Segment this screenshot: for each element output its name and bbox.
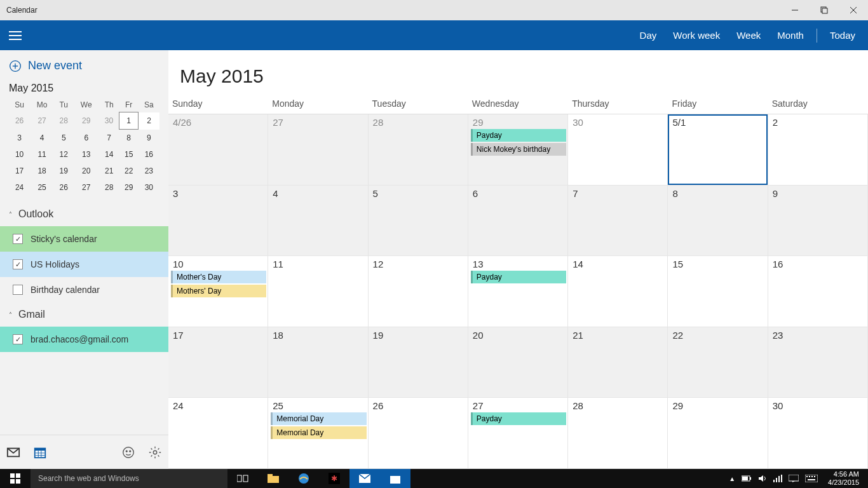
- mini-day[interactable]: 21: [99, 163, 119, 179]
- mini-day[interactable]: 27: [30, 112, 54, 130]
- mini-day[interactable]: 4: [30, 130, 54, 147]
- mini-day[interactable]: 7: [99, 130, 119, 147]
- day-cell[interactable]: 27: [268, 114, 368, 186]
- checkbox-icon[interactable]: ✓: [13, 334, 23, 344]
- system-tray[interactable]: ▲ 4:56 AM 4/23/2015: [729, 470, 868, 487]
- view-day[interactable]: Day: [640, 30, 657, 41]
- mini-day[interactable]: 28: [99, 179, 119, 196]
- mini-day[interactable]: 24: [9, 179, 30, 196]
- taskbar-app-unknown[interactable]: ✱: [319, 469, 349, 488]
- mini-day[interactable]: 12: [54, 146, 74, 163]
- taskbar-app-calendar[interactable]: [380, 469, 410, 488]
- day-cell[interactable]: 29: [668, 398, 768, 469]
- event-chip[interactable]: Mother's Day: [171, 271, 266, 283]
- checkbox-icon[interactable]: ✓: [13, 234, 23, 244]
- day-cell[interactable]: 11: [268, 256, 368, 327]
- event-chip[interactable]: Memorial Day: [271, 412, 366, 425]
- taskbar-search[interactable]: Search the web and Windows: [31, 469, 227, 488]
- mini-calendar[interactable]: May 2015 SuMoTuWeThFrSa 2627282930123456…: [0, 78, 168, 202]
- feedback-icon[interactable]: [121, 445, 135, 459]
- day-cell[interactable]: 13Payday: [468, 256, 568, 327]
- volume-icon[interactable]: [758, 474, 767, 483]
- calendar-group-outlook[interactable]: ˄ Outlook: [0, 202, 168, 226]
- day-cell[interactable]: 28: [369, 114, 468, 186]
- maximize-button[interactable]: [810, 0, 839, 20]
- mini-day[interactable]: 2: [139, 112, 159, 130]
- day-cell[interactable]: 26: [369, 398, 468, 469]
- taskbar-app-explorer[interactable]: [258, 469, 288, 488]
- day-cell[interactable]: 2: [768, 114, 868, 186]
- mini-day[interactable]: 29: [74, 112, 99, 130]
- start-button[interactable]: [0, 469, 31, 488]
- mini-day[interactable]: 30: [99, 112, 119, 130]
- day-cell[interactable]: 4: [268, 186, 368, 257]
- day-cell[interactable]: 7: [568, 186, 668, 257]
- mini-day[interactable]: 8: [119, 130, 139, 147]
- checkbox-icon[interactable]: ✓: [13, 259, 23, 269]
- day-cell[interactable]: 14: [568, 256, 668, 327]
- mini-day[interactable]: 22: [119, 163, 139, 179]
- view-week[interactable]: Week: [736, 30, 761, 41]
- taskbar-app-mail[interactable]: [349, 469, 380, 488]
- event-chip[interactable]: Nick Mokey's birthday: [471, 143, 566, 156]
- mini-day[interactable]: 27: [74, 179, 99, 196]
- mini-day[interactable]: 5: [54, 130, 74, 147]
- settings-icon[interactable]: [148, 445, 162, 459]
- day-cell[interactable]: 22: [668, 327, 768, 398]
- mini-day[interactable]: 29: [119, 179, 139, 196]
- event-chip[interactable]: Memorial Day: [271, 426, 366, 439]
- day-cell[interactable]: 18: [268, 327, 368, 398]
- mini-day[interactable]: 15: [119, 146, 139, 163]
- day-cell[interactable]: 9: [768, 186, 868, 257]
- mini-day[interactable]: 1: [119, 112, 139, 130]
- day-cell[interactable]: 8: [668, 186, 768, 257]
- day-cell[interactable]: 3: [168, 186, 268, 257]
- mini-day[interactable]: 18: [30, 163, 54, 179]
- calendar-item-usholidays[interactable]: ✓ US Holidays: [0, 252, 168, 277]
- day-cell[interactable]: 28: [568, 398, 668, 469]
- day-cell[interactable]: 23: [768, 327, 868, 398]
- tray-chevron-icon[interactable]: ▲: [729, 475, 735, 482]
- day-cell[interactable]: 20: [468, 327, 568, 398]
- day-cell[interactable]: 17: [168, 327, 268, 398]
- day-cell[interactable]: 30: [768, 398, 868, 469]
- mini-day[interactable]: 20: [74, 163, 99, 179]
- calendar-item-sticky[interactable]: ✓ Sticky's calendar: [0, 226, 168, 252]
- hamburger-button[interactable]: [0, 20, 168, 50]
- day-cell[interactable]: 6: [468, 186, 568, 257]
- day-cell[interactable]: 27Payday: [468, 398, 568, 469]
- day-cell[interactable]: 16: [768, 256, 868, 327]
- event-chip[interactable]: Payday: [471, 271, 566, 283]
- view-today[interactable]: Today: [830, 30, 855, 41]
- mini-day[interactable]: 3: [9, 130, 30, 147]
- day-cell[interactable]: 5/1: [668, 114, 768, 186]
- day-cell[interactable]: 12: [369, 256, 468, 327]
- day-cell[interactable]: 5: [369, 186, 468, 257]
- mini-day[interactable]: 10: [9, 146, 30, 163]
- taskbar-clock[interactable]: 4:56 AM 4/23/2015: [824, 470, 863, 487]
- mini-day[interactable]: 16: [139, 146, 159, 163]
- calendar-item-birthday[interactable]: Birthday calendar: [0, 277, 168, 302]
- mini-day[interactable]: 26: [54, 179, 74, 196]
- day-cell[interactable]: 21: [568, 327, 668, 398]
- mini-day[interactable]: 11: [30, 146, 54, 163]
- day-cell[interactable]: 29PaydayNick Mokey's birthday: [468, 114, 568, 186]
- view-workweek[interactable]: Work week: [673, 30, 720, 41]
- view-month[interactable]: Month: [777, 30, 804, 41]
- calendar-item-gmail[interactable]: ✓ brad.chacos@gmail.com: [0, 327, 168, 352]
- keyboard-icon[interactable]: [805, 475, 818, 482]
- day-cell[interactable]: 15: [668, 256, 768, 327]
- mini-day[interactable]: 9: [139, 130, 159, 147]
- checkbox-icon[interactable]: [13, 285, 23, 295]
- mini-day[interactable]: 17: [9, 163, 30, 179]
- mini-day[interactable]: 19: [54, 163, 74, 179]
- taskbar-app-ie[interactable]: [288, 469, 319, 488]
- day-cell[interactable]: 25Memorial DayMemorial Day: [268, 398, 368, 469]
- mini-day[interactable]: 13: [74, 146, 99, 163]
- day-cell[interactable]: 19: [369, 327, 468, 398]
- mini-day[interactable]: 28: [54, 112, 74, 130]
- calendar-icon[interactable]: [33, 445, 47, 459]
- event-chip[interactable]: Payday: [471, 129, 566, 142]
- mini-day[interactable]: 14: [99, 146, 119, 163]
- battery-icon[interactable]: [742, 475, 752, 482]
